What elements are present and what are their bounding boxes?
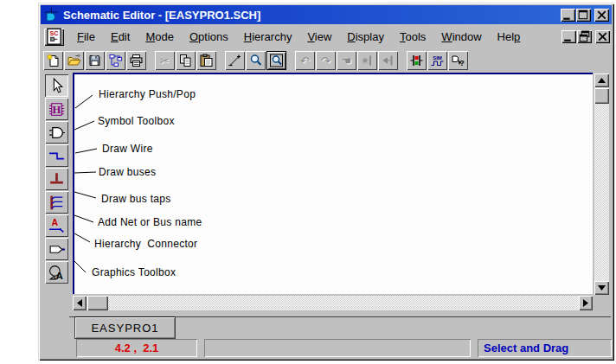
sim-waveform-icon: SIM (430, 54, 445, 67)
draw-buses-button[interactable] (45, 168, 68, 190)
annotation-hierarchy-connector: Hierarchy Connector (94, 238, 197, 250)
vertical-scroll-thumb[interactable] (594, 88, 609, 104)
context-help-button[interactable]: ? (448, 51, 468, 70)
close-icon (594, 9, 609, 22)
child-minimize-button[interactable] (561, 30, 576, 43)
maximize-icon (576, 9, 591, 22)
magnifier-window-icon (269, 54, 284, 67)
undo-button[interactable]: ↶ (295, 51, 315, 70)
svg-text:SIM: SIM (433, 55, 442, 61)
main-area: H A A Hierarchy Push/Pop Symbol Toolbox (41, 73, 612, 312)
annotation-draw-buses: Draw buses (99, 166, 156, 178)
hierarchy-h-icon: H (48, 100, 66, 118)
child-close-button[interactable] (595, 30, 610, 43)
cut-button[interactable]: ✂ (155, 51, 175, 70)
window-title: Schematic Editor - [EASYPRO1.SCH] (63, 9, 260, 22)
annotation-graphics-toolbox: Graphics Toolbox (92, 266, 176, 278)
hierarchy-blocks-icon (108, 54, 123, 67)
minimize-button[interactable] (561, 9, 575, 22)
printer-icon (129, 54, 144, 67)
annotation-add-net-name: Add Net or Bus name (98, 216, 202, 228)
svg-text:H: H (53, 104, 61, 116)
draw-bus-taps-button[interactable] (45, 191, 68, 214)
schematic-canvas[interactable]: Hierarchy Push/Pop Symbol Toolbox Draw W… (73, 73, 593, 294)
save-button[interactable] (85, 51, 105, 70)
hierarchy-push-pop-button[interactable]: H (45, 98, 68, 120)
graphics-toolbox-button[interactable]: A (45, 261, 68, 284)
magnifier-icon (248, 54, 263, 67)
maximize-button[interactable] (576, 9, 591, 22)
new-button[interactable] (43, 51, 63, 70)
connect-wire-button[interactable] (378, 51, 398, 70)
svg-text:A: A (52, 217, 59, 227)
electrical-check-button[interactable] (407, 51, 427, 70)
zoom-in-out-button[interactable] (225, 51, 245, 70)
graphics-icon: A (48, 264, 66, 282)
menu-tools[interactable]: Tools (392, 29, 433, 45)
copy-button[interactable] (176, 51, 196, 70)
callout-lines (74, 74, 593, 294)
scroll-down-button[interactable] (594, 281, 609, 295)
open-folder-icon (67, 54, 81, 67)
svg-text:?: ? (459, 59, 465, 67)
menu-help[interactable]: Help (490, 29, 529, 45)
status-mode: Select and Drag (478, 339, 612, 357)
svg-text:A: A (55, 270, 63, 280)
restore-icon (577, 30, 592, 43)
arrow-to-bar-icon (381, 54, 395, 67)
title-bar[interactable]: Schematic Editor - [EASYPRO1.SCH] (41, 5, 612, 24)
status-coordinates: 4.2 , 2.1 (76, 339, 197, 357)
symbol-toolbox-button[interactable] (45, 121, 68, 144)
menu-display[interactable]: Display (339, 29, 392, 45)
redo-button[interactable]: ↷ (316, 51, 336, 70)
horizontal-scroll-thumb[interactable] (87, 296, 108, 310)
scroll-left-button[interactable] (73, 296, 87, 310)
hierarchy-navigator-button[interactable] (106, 51, 125, 70)
redo-icon: ↷ (321, 55, 330, 67)
menu-file[interactable]: File (69, 29, 103, 45)
menu-bar: SC File Edit Mode Options Hierarchy View… (41, 26, 612, 48)
close-button[interactable] (594, 9, 609, 22)
hierarchy-connector-button[interactable] (45, 238, 68, 260)
zoom-window-button[interactable] (266, 51, 286, 70)
gate-help-icon: ? (451, 54, 465, 67)
menu-window[interactable]: Window (433, 29, 489, 45)
junction-bar-icon (360, 54, 375, 67)
paste-button[interactable] (196, 51, 216, 70)
zoom-magnify-button[interactable] (246, 51, 266, 70)
undo-icon: ↶ (300, 55, 310, 67)
child-restore-button[interactable] (577, 30, 592, 43)
menu-hierarchy[interactable]: Hierarchy (236, 29, 300, 45)
up-arrow-icon (598, 78, 606, 83)
print-button[interactable] (126, 51, 146, 70)
vertical-scrollbar[interactable] (594, 73, 609, 295)
horizontal-scrollbar[interactable] (73, 296, 593, 310)
add-net-name-button[interactable]: A (45, 214, 68, 237)
menu-view[interactable]: View (299, 29, 339, 45)
app-icon[interactable] (43, 7, 59, 22)
scroll-right-button[interactable] (579, 296, 593, 310)
schematic-doc-icon: SC (44, 28, 64, 45)
hand-icon: ☚ (342, 55, 352, 67)
annotation-hierarchy-push-pop: Hierarchy Push/Pop (99, 88, 196, 100)
simulator-button[interactable]: SIM (427, 51, 447, 70)
menu-mode[interactable]: Mode (138, 29, 182, 45)
pan-hand-button[interactable]: ☚ (337, 51, 356, 70)
sheet-tab-easypro1[interactable]: EASYPRO1 (74, 316, 176, 339)
svg-text:SC: SC (50, 30, 59, 36)
toolbar: ✂ ↶ ↷ ☚ SIM ? (41, 48, 612, 73)
net-name-icon: A (48, 217, 66, 235)
menu-edit[interactable]: Edit (103, 29, 138, 45)
menu-options[interactable]: Options (182, 29, 236, 45)
document-control-menu[interactable]: SC (44, 29, 64, 46)
down-arrow-icon (598, 285, 606, 291)
stretch-wire-button[interactable] (357, 51, 377, 70)
select-tool-button[interactable] (45, 74, 68, 97)
clipboard-paste-icon (199, 54, 214, 67)
scissors-icon: ✂ (160, 55, 170, 67)
tool-palette: H A A (45, 74, 69, 284)
draw-wire-button[interactable] (45, 144, 68, 167)
right-arrow-icon (583, 299, 588, 307)
open-button[interactable] (64, 51, 84, 70)
scroll-up-button[interactable] (594, 73, 609, 87)
